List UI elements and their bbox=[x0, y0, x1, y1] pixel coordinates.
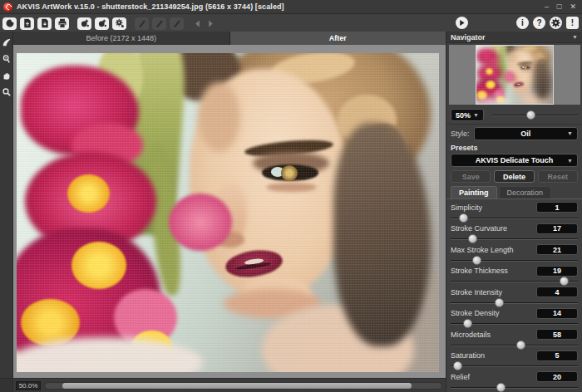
slider-track[interactable] bbox=[451, 213, 578, 223]
hand-tool-icon[interactable] bbox=[1, 70, 12, 81]
corner-block bbox=[0, 379, 13, 392]
save-image-icon[interactable] bbox=[37, 17, 52, 30]
parameter-slider: Stroke Intensity 4 bbox=[451, 287, 578, 308]
zoom-slider-knob[interactable] bbox=[526, 110, 535, 120]
postprocess-tool-3-icon[interactable] bbox=[170, 17, 184, 30]
slider-knob[interactable] bbox=[459, 213, 468, 223]
undo-icon[interactable] bbox=[192, 18, 202, 28]
style-row: Style: Oil ▼ bbox=[446, 125, 582, 142]
minimize-button[interactable]: – bbox=[545, 2, 549, 11]
slider-track[interactable] bbox=[451, 256, 578, 265]
close-button[interactable]: ✕ bbox=[570, 2, 576, 11]
slider-track[interactable] bbox=[451, 319, 578, 328]
slider-label: Saturation bbox=[451, 351, 485, 360]
delete-preset-button[interactable]: Delete bbox=[494, 170, 534, 183]
redo-icon[interactable] bbox=[205, 18, 215, 28]
zoom-tool-icon[interactable] bbox=[1, 86, 12, 98]
export-presets-icon[interactable] bbox=[95, 17, 109, 30]
result-image[interactable] bbox=[17, 53, 439, 372]
slider-track[interactable] bbox=[451, 361, 578, 370]
slider-value-box[interactable]: 58 bbox=[536, 329, 578, 340]
parameter-slider: Microdetails 58 bbox=[451, 329, 578, 350]
smudge-tool-icon[interactable] bbox=[1, 53, 12, 65]
open-image-icon[interactable] bbox=[20, 17, 34, 30]
slider-knob[interactable] bbox=[453, 361, 462, 370]
image-viewport[interactable] bbox=[13, 45, 446, 378]
slider-value-box[interactable]: 21 bbox=[536, 244, 578, 255]
style-dropdown[interactable]: Oil ▼ bbox=[474, 127, 578, 140]
navigator-zoom-slider[interactable] bbox=[492, 110, 578, 120]
slider-knob[interactable] bbox=[495, 298, 504, 307]
parameter-slider: Relief 20 bbox=[451, 371, 578, 392]
maximize-button[interactable]: ▢ bbox=[556, 2, 563, 11]
slider-value-box[interactable]: 20 bbox=[536, 371, 578, 382]
navigator-zoom-row: 50% ▼ bbox=[446, 106, 582, 125]
slider-track[interactable] bbox=[451, 383, 578, 392]
slider-value-box[interactable]: 17 bbox=[536, 223, 578, 234]
workspace-icon[interactable] bbox=[2, 17, 17, 30]
akvis-logo-icon bbox=[3, 2, 12, 12]
preview-brush-icon[interactable] bbox=[1, 37, 12, 48]
slider-label: Microdetails bbox=[451, 331, 491, 339]
import-presets-icon[interactable] bbox=[77, 17, 91, 30]
window-title: AKVIS ArtWork v.15.0 - shutterstock_2113… bbox=[17, 2, 284, 11]
zoom-select[interactable]: 50% ▼ bbox=[451, 109, 484, 121]
preset-dropdown[interactable]: AKVIS Delicate Touch ▼ bbox=[451, 154, 578, 167]
preferences-icon[interactable] bbox=[550, 17, 562, 29]
preset-buttons-row: Save Delete Reset bbox=[446, 168, 582, 185]
feedback-icon[interactable]: ! bbox=[566, 17, 579, 29]
slider-knob[interactable] bbox=[560, 277, 569, 286]
parameter-slider: Max Stroke Length 21 bbox=[451, 244, 578, 266]
slider-value-box[interactable]: 19 bbox=[536, 266, 578, 277]
style-dropdown-value: Oil bbox=[520, 130, 530, 138]
zoom-select-value: 50% bbox=[456, 111, 471, 120]
tab-painting[interactable]: Painting bbox=[451, 186, 497, 198]
slider-label: Relief bbox=[451, 373, 470, 381]
preset-dropdown-row: AKVIS Delicate Touch ▼ bbox=[446, 153, 582, 168]
postprocess-tool-1-icon[interactable] bbox=[135, 17, 149, 30]
parameter-slider: Stroke Curvature 17 bbox=[451, 223, 578, 244]
slider-track[interactable] bbox=[451, 277, 578, 286]
navigator-thumbnail-area bbox=[446, 43, 582, 106]
slider-label: Stroke Thickness bbox=[451, 267, 508, 275]
slider-track[interactable] bbox=[451, 298, 578, 307]
reset-preset-button[interactable]: Reset bbox=[538, 170, 578, 183]
parameter-tabs: Painting Decoration bbox=[446, 185, 582, 198]
slider-value-box[interactable]: 4 bbox=[536, 287, 578, 297]
slider-value-box[interactable]: 5 bbox=[536, 350, 578, 361]
slider-knob[interactable] bbox=[468, 234, 477, 243]
navigator-header[interactable]: Navigator ▼ bbox=[446, 32, 582, 43]
navigator-thumbnail[interactable] bbox=[476, 45, 554, 105]
settings-panel: Navigator ▼ 50% ▼ bbox=[446, 32, 582, 392]
tool-strip bbox=[0, 32, 13, 378]
tab-after[interactable]: After bbox=[230, 32, 446, 45]
run-processing-icon[interactable] bbox=[456, 17, 468, 29]
slider-knob[interactable] bbox=[516, 341, 525, 350]
batch-processing-icon[interactable] bbox=[112, 17, 126, 30]
horizontal-scrollbar[interactable] bbox=[44, 382, 442, 390]
chevron-down-icon: ▼ bbox=[567, 130, 573, 136]
navigator-title: Navigator bbox=[451, 33, 486, 42]
slider-knob[interactable] bbox=[472, 256, 481, 265]
presets-header: Presets bbox=[446, 142, 582, 153]
save-preset-button[interactable]: Save bbox=[451, 170, 491, 183]
slider-label: Stroke Curvature bbox=[451, 224, 507, 233]
slider-track[interactable] bbox=[451, 234, 578, 243]
postprocess-tool-2-icon[interactable] bbox=[152, 17, 166, 30]
info-icon[interactable]: i bbox=[516, 17, 529, 29]
print-icon[interactable] bbox=[55, 17, 69, 30]
slider-track[interactable] bbox=[451, 341, 578, 350]
slider-knob[interactable] bbox=[496, 383, 506, 392]
slider-label: Stroke Density bbox=[451, 309, 500, 317]
style-label: Style: bbox=[451, 130, 470, 138]
slider-value-box[interactable]: 14 bbox=[536, 308, 578, 319]
slider-value-box[interactable]: 1 bbox=[536, 202, 578, 213]
tab-decoration[interactable]: Decoration bbox=[499, 186, 552, 198]
horizontal-scrollbar-thumb[interactable] bbox=[62, 383, 412, 389]
zoom-readout: 50.0% bbox=[16, 381, 41, 390]
navigator-mat bbox=[449, 45, 580, 105]
help-icon[interactable]: ? bbox=[533, 17, 545, 29]
slider-knob[interactable] bbox=[463, 319, 472, 328]
parameter-slider: Stroke Thickness 19 bbox=[451, 265, 578, 287]
tab-before[interactable]: Before (2172 x 1448) bbox=[13, 32, 230, 45]
